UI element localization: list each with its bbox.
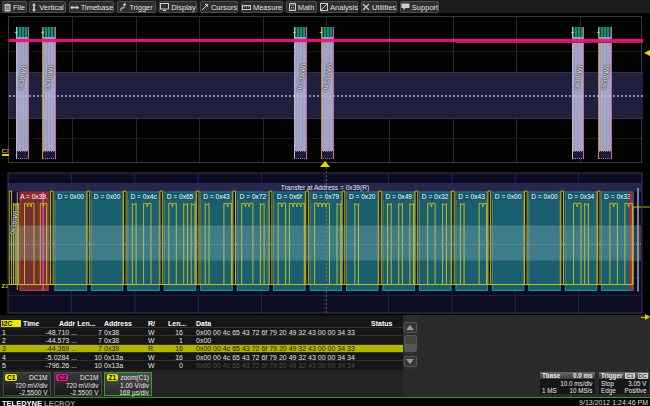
- svg-text:A = 0x39.: A = 0x39.: [20, 193, 48, 200]
- svg-text:D = 0x49: D = 0x49: [385, 193, 412, 200]
- svg-text:D = 0x33: D = 0x33: [604, 193, 631, 200]
- svg-text:D = 0x4c: D = 0x4c: [130, 193, 157, 200]
- svg-text:D = 0x00: D = 0x00: [495, 193, 522, 200]
- svg-text:D = 0x20: D = 0x20: [349, 193, 376, 200]
- svg-text:D = 0x65: D = 0x65: [167, 193, 194, 200]
- svg-text:D = 0x6f: D = 0x6f: [277, 193, 302, 200]
- svg-text:D = 0x00: D = 0x00: [94, 193, 121, 200]
- svg-text:D = 0x43: D = 0x43: [203, 193, 230, 200]
- svg-text:D = 0x32: D = 0x32: [422, 193, 449, 200]
- svg-text:D = 0x00: D = 0x00: [531, 193, 558, 200]
- svg-text:D = 0x34: D = 0x34: [568, 193, 595, 200]
- svg-text:D = 0x43: D = 0x43: [458, 193, 485, 200]
- svg-text:D = 0x00: D = 0x00: [57, 193, 84, 200]
- svg-text:D = 0x72: D = 0x72: [240, 193, 267, 200]
